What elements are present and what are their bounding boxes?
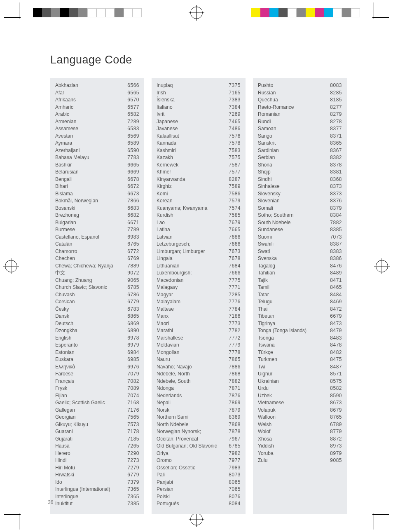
language-row: Lao7679 bbox=[157, 219, 241, 227]
language-name: Ivrit bbox=[157, 111, 166, 118]
language-name: Wolof bbox=[258, 428, 272, 436]
language-code: 6671 bbox=[127, 219, 139, 227]
language-name: Samoan bbox=[258, 125, 278, 133]
language-name: Nauru bbox=[157, 356, 172, 363]
language-row: Kurdish7585 bbox=[157, 212, 241, 219]
language-name: Dzongkha bbox=[55, 327, 79, 335]
language-name: Slovenian bbox=[258, 197, 281, 205]
language-row: Português8084 bbox=[157, 500, 241, 508]
language-code: 8487 bbox=[330, 363, 342, 371]
language-row: Kernewek7587 bbox=[157, 162, 241, 169]
language-row: South Ndebele7882 bbox=[258, 219, 342, 227]
language-name: Yiddish bbox=[258, 443, 276, 450]
language-row: Bokmål, Norwegian7866 bbox=[55, 197, 139, 205]
language-row: Sardinian8367 bbox=[258, 147, 342, 155]
language-name: Chuvash bbox=[55, 291, 76, 299]
language-code: 7585 bbox=[229, 212, 241, 219]
language-code: 8679 bbox=[330, 407, 342, 414]
language-code: 8471 bbox=[330, 277, 342, 284]
language-name: Pali bbox=[157, 471, 166, 479]
language-code: 8590 bbox=[330, 392, 342, 400]
language-row: Lingala7678 bbox=[157, 255, 241, 262]
language-name: Ossetian; Ossetic bbox=[157, 464, 197, 472]
language-code: 6765 bbox=[127, 241, 139, 248]
language-code: 7868 bbox=[229, 421, 241, 429]
language-row: Navaho; Navajo7886 bbox=[157, 363, 241, 371]
language-name: Ndonga bbox=[157, 385, 175, 392]
language-name: Português bbox=[157, 500, 181, 508]
language-name: Kinyarwanda bbox=[157, 176, 187, 183]
language-name: Bashkir bbox=[55, 162, 73, 169]
language-name: Shqip bbox=[258, 169, 272, 176]
language-row: Bislama6673 bbox=[55, 190, 139, 198]
language-row: Samoan8377 bbox=[258, 125, 342, 133]
language-code: 8382 bbox=[330, 154, 342, 162]
language-code: 7573 bbox=[127, 421, 139, 429]
language-code: 7168 bbox=[127, 399, 139, 407]
language-name: Afar bbox=[55, 89, 66, 97]
language-name: Dansk bbox=[55, 313, 71, 320]
language-name: Sanskrit bbox=[258, 140, 277, 147]
language-name: Belarusian bbox=[55, 169, 80, 176]
language-name: Kurdish bbox=[157, 212, 175, 219]
language-name: Azerhaijani bbox=[55, 147, 81, 155]
language-name: Maltese bbox=[157, 306, 175, 313]
language-name: Chechen bbox=[55, 255, 77, 262]
language-name: Tswana bbox=[258, 342, 276, 349]
language-code: 8478 bbox=[330, 342, 342, 349]
language-code: 7577 bbox=[229, 169, 241, 176]
language-name: Bosanski bbox=[55, 205, 77, 212]
language-name: Turkmen bbox=[258, 356, 279, 363]
language-row: Latina7665 bbox=[157, 226, 241, 234]
language-name: Russian bbox=[258, 89, 277, 97]
registration-mark-icon bbox=[190, 513, 203, 525]
language-code: 8084 bbox=[229, 500, 241, 508]
language-name: Moldavian bbox=[157, 342, 181, 349]
swatch bbox=[269, 8, 278, 17]
language-row: Deutsch6869 bbox=[55, 320, 139, 328]
language-code: 8483 bbox=[330, 335, 342, 342]
language-code: 6983 bbox=[127, 234, 139, 241]
language-code: 7776 bbox=[229, 298, 241, 306]
swatch bbox=[124, 8, 133, 17]
language-code: 8065 bbox=[229, 479, 241, 486]
language-row: Hrwatski6779 bbox=[55, 471, 139, 479]
language-row: Malagasy7771 bbox=[157, 284, 241, 291]
language-row: Ndebele, South7882 bbox=[157, 378, 241, 385]
language-row: Azerhaijani6590 bbox=[55, 147, 139, 155]
language-code: 7686 bbox=[229, 234, 241, 241]
language-code: 7384 bbox=[229, 104, 241, 111]
language-row: Hausa7265 bbox=[55, 443, 139, 450]
cropmark-icon bbox=[364, 2, 389, 27]
language-column: Pushto8083Russian8285Quechua8185Raeto-Ro… bbox=[253, 78, 347, 514]
language-code: 6672 bbox=[127, 183, 139, 190]
language-code: 6985 bbox=[127, 356, 139, 363]
language-row: Khmer7577 bbox=[157, 169, 241, 176]
language-row: Tonga (Tonga Islands)8479 bbox=[258, 327, 342, 335]
language-row: Gujarati7185 bbox=[55, 436, 139, 443]
language-name: Italiano bbox=[157, 104, 174, 111]
language-code: 7982 bbox=[229, 450, 241, 457]
language-code: 6785 bbox=[127, 284, 139, 291]
language-name: Tsonga bbox=[258, 335, 276, 342]
language-name: Old Bulgarian; Old Slavonic bbox=[157, 443, 219, 450]
language-row: English6978 bbox=[55, 335, 139, 342]
language-name: Kannada bbox=[157, 140, 178, 147]
language-row: Yoruba8979 bbox=[258, 450, 342, 457]
language-code: 6772 bbox=[127, 248, 139, 255]
language-name: Interlingue bbox=[55, 493, 80, 501]
language-row: Castellano, Español6983 bbox=[55, 234, 139, 241]
language-name: Guarani bbox=[55, 428, 75, 436]
language-row: Mongolian7778 bbox=[157, 349, 241, 356]
language-code: 6779 bbox=[127, 298, 139, 306]
language-code: 6785 bbox=[229, 443, 241, 450]
language-row: Brezhoneg6682 bbox=[55, 212, 139, 219]
language-name: Kuanyama; Kwanyama bbox=[157, 205, 209, 212]
language-row: Chewa; Chichewa; Nyanja7889 bbox=[55, 262, 139, 270]
language-name: Abkhazian bbox=[55, 82, 80, 89]
language-name: Somali bbox=[258, 205, 275, 212]
language-name: Xhosa bbox=[258, 436, 274, 443]
language-row: Afrikaans6570 bbox=[55, 96, 139, 104]
language-code: 7576 bbox=[229, 133, 241, 140]
language-name: Gikuyu; Kikuyu bbox=[55, 421, 90, 429]
